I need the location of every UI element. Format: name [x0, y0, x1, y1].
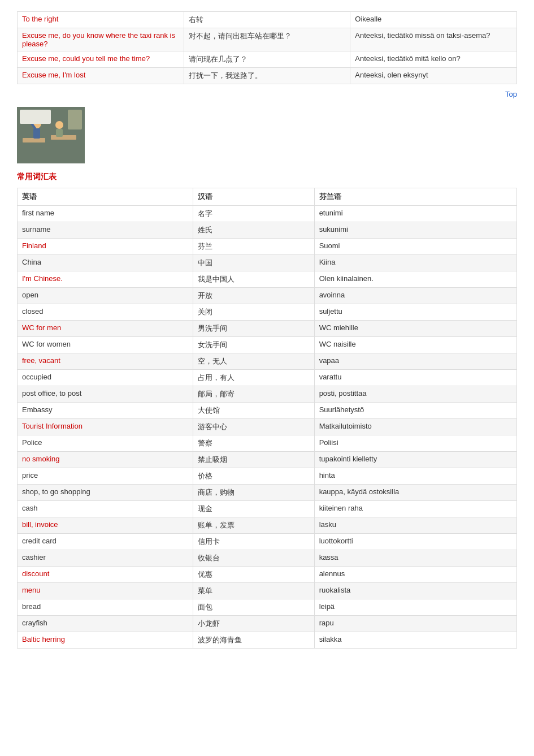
vocab-finnish: etunimi — [314, 206, 516, 222]
phrase-table: To the right 右转 Oikealle Excuse me, do y… — [17, 11, 517, 84]
vocab-row: WC for women 女洗手间 WC naisille — [18, 337, 517, 353]
vocab-english: shop, to go shopping — [18, 485, 193, 501]
vocab-row: crayfish 小龙虾 rapu — [18, 616, 517, 632]
vocab-finnish: sukunimi — [314, 222, 516, 239]
vocab-row: shop, to go shopping 商店，购物 kauppa, käydä… — [18, 485, 517, 501]
vocab-row: bread 面包 leipä — [18, 599, 517, 616]
vocab-english: China — [18, 255, 193, 271]
vocab-row: occupied 占用，有人 varattu — [18, 370, 517, 386]
phrase-chinese: 右转 — [184, 12, 350, 28]
vocab-finnish: kassa — [314, 550, 516, 567]
vocab-chinese: 女洗手间 — [193, 337, 315, 353]
vocab-row: Baltic herring 波罗的海青鱼 silakka — [18, 632, 517, 649]
vocab-finnish: Matkailutoimisto — [314, 419, 516, 435]
phrase-english: Excuse me, I'm lost — [18, 68, 184, 84]
vocab-row: cashier 收银台 kassa — [18, 550, 517, 567]
vocab-row: closed 关闭 suljettu — [18, 304, 517, 321]
vocab-row: menu 菜单 ruokalista — [18, 583, 517, 599]
vocab-finnish: kiiteinen raha — [314, 501, 516, 517]
vocab-chinese: 游客中心 — [193, 419, 315, 435]
vocab-english: bill, invoice — [18, 517, 193, 534]
vocab-english: discount — [18, 567, 193, 583]
vocab-chinese: 男洗手间 — [193, 321, 315, 337]
phrase-chinese: 打扰一下，我迷路了。 — [184, 68, 350, 84]
vocab-english: post office, to post — [18, 386, 193, 403]
vocab-english: crayfish — [18, 616, 193, 632]
vocab-english: Tourist Information — [18, 419, 193, 435]
vocab-chinese: 关闭 — [193, 304, 315, 321]
vocab-english: I'm Chinese. — [18, 271, 193, 288]
vocab-chinese: 中国 — [193, 255, 315, 271]
svg-point-6 — [55, 121, 63, 129]
vocab-english: free, vacant — [18, 353, 193, 370]
vocab-finnish: Poliisi — [314, 435, 516, 452]
svg-rect-9 — [68, 110, 82, 129]
vocab-row: Embassy 大使馆 Suurlähetystö — [18, 403, 517, 419]
vocab-chinese: 波罗的海青鱼 — [193, 632, 315, 649]
vocab-english: closed — [18, 304, 193, 321]
vocab-chinese: 小龙虾 — [193, 616, 315, 632]
vocab-row: no smoking 禁止吸烟 tupakointi kielletty — [18, 452, 517, 468]
phrase-english: To the right — [18, 12, 184, 28]
vocab-row: Police 警察 Poliisi — [18, 435, 517, 452]
vocab-chinese: 我是中国人 — [193, 271, 315, 288]
vocab-english: price — [18, 468, 193, 485]
vocab-chinese: 邮局，邮寄 — [193, 386, 315, 403]
vocab-chinese: 名字 — [193, 206, 315, 222]
section-title: 常用词汇表 — [17, 172, 517, 182]
vocab-finnish: Kiina — [314, 255, 516, 271]
vocab-chinese: 信用卡 — [193, 534, 315, 550]
vocab-finnish: varattu — [314, 370, 516, 386]
phrase-finnish: Anteeksi, tiedätkö missä on taksi-asema? — [350, 28, 517, 51]
vocab-finnish: rapu — [314, 616, 516, 632]
vocab-row: credit card 信用卡 luottokortti — [18, 534, 517, 550]
vocab-chinese: 大使馆 — [193, 403, 315, 419]
vocab-finnish: luottokortti — [314, 534, 516, 550]
vocab-row: surname 姓氏 sukunimi — [18, 222, 517, 239]
vocab-chinese: 警察 — [193, 435, 315, 452]
vocab-english: occupied — [18, 370, 193, 386]
vocab-chinese: 姓氏 — [193, 222, 315, 239]
vocab-finnish: leipä — [314, 599, 516, 616]
vocab-english: Baltic herring — [18, 632, 193, 649]
phrase-finnish: Anteeksi, olen eksynyt — [350, 68, 517, 84]
vocab-english: bread — [18, 599, 193, 616]
vocab-row: Finland 芬兰 Suomi — [18, 239, 517, 255]
vocab-chinese: 空，无人 — [193, 353, 315, 370]
vocab-finnish: alennus — [314, 567, 516, 583]
vocab-row: first name 名字 etunimi — [18, 206, 517, 222]
vocab-finnish: Olen kiinalainen. — [314, 271, 516, 288]
phrase-english: Excuse me, do you know where the taxi ra… — [18, 28, 184, 51]
vocab-chinese: 芬兰 — [193, 239, 315, 255]
vocab-finnish: silakka — [314, 632, 516, 649]
svg-rect-3 — [51, 135, 76, 140]
phrase-finnish: Oikealle — [350, 12, 517, 28]
vocab-row: post office, to post 邮局，邮寄 posti, postit… — [18, 386, 517, 403]
vocab-finnish: kauppa, käydä ostoksilla — [314, 485, 516, 501]
vocab-english: Embassy — [18, 403, 193, 419]
vocab-row: bill, invoice 账单，发票 lasku — [18, 517, 517, 534]
svg-rect-2 — [23, 138, 45, 142]
vocab-row: WC for men 男洗手间 WC miehille — [18, 321, 517, 337]
vocab-table: 英语 汉语 芬兰语 first name 名字 etunimi surname … — [17, 188, 517, 649]
vocab-finnish: ruokalista — [314, 583, 516, 599]
vocab-row: open 开放 avoinna — [18, 288, 517, 304]
vocab-row: China 中国 Kiina — [18, 255, 517, 271]
svg-rect-7 — [56, 129, 63, 137]
vocab-chinese: 菜单 — [193, 583, 315, 599]
phrase-chinese: 对不起，请问出租车站在哪里？ — [184, 28, 350, 51]
vocab-chinese: 占用，有人 — [193, 370, 315, 386]
vocab-finnish: suljettu — [314, 304, 516, 321]
phrase-english: Excuse me, could you tell me the time? — [18, 51, 184, 68]
vocab-header-english: 英语 — [18, 188, 193, 206]
vocab-header-finnish: 芬兰语 — [314, 188, 516, 206]
svg-rect-10 — [20, 110, 51, 124]
vocab-english: open — [18, 288, 193, 304]
phrase-finnish: Anteeksi, tiedätkö mitä kello on? — [350, 51, 517, 68]
top-link[interactable]: Top — [17, 90, 517, 98]
vocab-chinese: 优惠 — [193, 567, 315, 583]
vocab-finnish: posti, postittaa — [314, 386, 516, 403]
vocab-row: Tourist Information 游客中心 Matkailutoimist… — [18, 419, 517, 435]
vocab-english: menu — [18, 583, 193, 599]
vocab-finnish: hinta — [314, 468, 516, 485]
